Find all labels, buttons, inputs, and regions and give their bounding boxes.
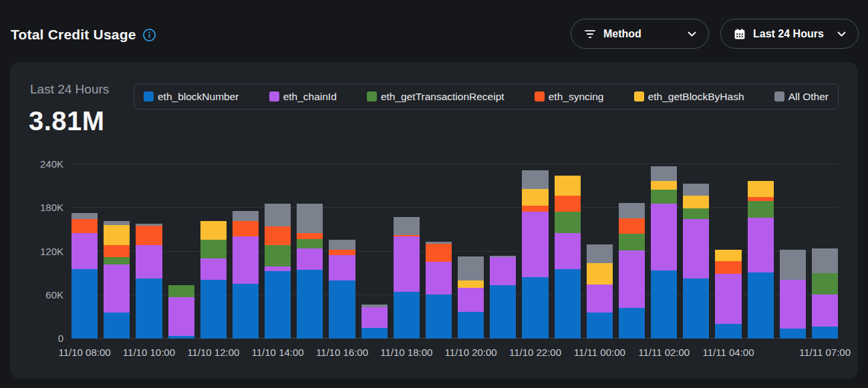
bar-segment-eth_getTransactionReceipt[interactable] (555, 212, 581, 234)
bar-segment-eth_blockNumber[interactable] (265, 271, 291, 339)
bar-segment-eth_getBlockByHash[interactable] (458, 280, 484, 288)
bar-segment-eth_blockNumber[interactable] (361, 328, 388, 339)
bar-segment-All Other[interactable] (458, 256, 484, 280)
bar-segment-eth_getTransactionReceipt[interactable] (104, 257, 130, 264)
bar-segment-eth_blockNumber[interactable] (200, 280, 227, 339)
bar-segment-eth_chainId[interactable] (619, 250, 645, 308)
bar-segment-eth_blockNumber[interactable] (683, 278, 709, 339)
bar-segment-eth_blockNumber[interactable] (394, 292, 420, 339)
bar-segment-eth_chainId[interactable] (555, 233, 581, 268)
bar-segment-eth_blockNumber[interactable] (458, 312, 484, 339)
legend-item[interactable]: eth_getTransactionReceipt (367, 91, 504, 103)
bar-segment-eth_blockNumber[interactable] (522, 277, 548, 339)
stacked-bar[interactable] (812, 248, 838, 339)
bar-segment-eth_blockNumber[interactable] (490, 285, 516, 339)
stacked-bar[interactable] (136, 224, 162, 339)
bar-segment-eth_syncing[interactable] (426, 244, 452, 262)
stacked-bar[interactable] (458, 256, 484, 339)
stacked-bar[interactable] (394, 217, 420, 339)
bar-segment-eth_blockNumber[interactable] (587, 313, 613, 339)
bar-segment-eth_blockNumber[interactable] (104, 313, 130, 339)
bar-segment-eth_syncing[interactable] (715, 261, 741, 274)
stacked-bar[interactable] (683, 184, 709, 339)
stacked-bar[interactable] (555, 176, 581, 339)
stacked-bar[interactable] (168, 285, 194, 339)
bar-segment-eth_blockNumber[interactable] (812, 327, 838, 339)
bar-segment-eth_syncing[interactable] (555, 196, 581, 212)
stacked-bar[interactable] (587, 244, 613, 339)
bar-segment-eth_blockNumber[interactable] (780, 329, 806, 339)
bar-segment-eth_chainId[interactable] (458, 288, 484, 312)
bar-segment-eth_chainId[interactable] (329, 255, 355, 280)
bar-segment-eth_chainId[interactable] (426, 262, 452, 295)
legend-item[interactable]: eth_getBlockByHash (634, 91, 744, 103)
bar-segment-eth_syncing[interactable] (136, 226, 162, 244)
stacked-bar[interactable] (329, 240, 355, 339)
bar-segment-eth_chainId[interactable] (715, 274, 741, 324)
legend-item[interactable]: All Other (774, 91, 829, 103)
bar-segment-All Other[interactable] (812, 248, 838, 273)
method-filter-dropdown[interactable]: Method (571, 19, 709, 49)
bar-segment-eth_syncing[interactable] (265, 226, 291, 245)
stacked-bar[interactable] (780, 250, 806, 339)
bar-segment-eth_getTransactionReceipt[interactable] (265, 245, 291, 267)
time-range-dropdown[interactable]: Last 24 Hours (720, 19, 859, 49)
bar-segment-eth_blockNumber[interactable] (297, 270, 323, 339)
bar-segment-eth_chainId[interactable] (71, 233, 98, 268)
bar-segment-eth_getBlockByHash[interactable] (683, 196, 709, 209)
bar-segment-eth_chainId[interactable] (780, 280, 806, 329)
bar-segment-eth_chainId[interactable] (233, 236, 259, 284)
bar-segment-All Other[interactable] (522, 170, 548, 189)
bar-segment-eth_syncing[interactable] (71, 219, 98, 234)
bar-segment-eth_chainId[interactable] (748, 218, 774, 272)
bar-segment-eth_blockNumber[interactable] (426, 295, 452, 339)
bar-segment-eth_getBlockByHash[interactable] (748, 181, 774, 197)
bar-segment-eth_chainId[interactable] (490, 257, 516, 284)
bar-segment-All Other[interactable] (71, 213, 98, 219)
legend-item[interactable]: eth_blockNumber (144, 91, 239, 103)
stacked-bar[interactable] (200, 221, 227, 339)
bar-segment-eth_syncing[interactable] (297, 233, 323, 239)
bar-segment-All Other[interactable] (329, 240, 355, 250)
bar-segment-All Other[interactable] (587, 244, 613, 263)
bar-segment-eth_getBlockByHash[interactable] (651, 181, 677, 190)
bar-segment-eth_blockNumber[interactable] (71, 269, 98, 339)
bar-segment-eth_chainId[interactable] (200, 258, 227, 280)
bar-segment-All Other[interactable] (265, 204, 291, 226)
legend-item[interactable]: eth_chainId (269, 91, 337, 103)
bar-segment-eth_chainId[interactable] (104, 264, 130, 313)
bar-segment-eth_syncing[interactable] (329, 250, 355, 255)
bar-segment-eth_getBlockByHash[interactable] (715, 250, 741, 260)
bar-segment-eth_chainId[interactable] (168, 297, 194, 336)
bar-segment-All Other[interactable] (651, 166, 677, 181)
bar-segment-All Other[interactable] (619, 203, 645, 218)
stacked-bar[interactable] (265, 204, 291, 339)
bar-segment-eth_getTransactionReceipt[interactable] (200, 240, 227, 258)
bar-segment-eth_getBlockByHash[interactable] (200, 221, 227, 240)
bar-segment-All Other[interactable] (233, 211, 259, 221)
stacked-bar[interactable] (490, 256, 516, 339)
stacked-bar[interactable] (522, 170, 548, 339)
bar-segment-eth_chainId[interactable] (587, 284, 613, 313)
bar-segment-eth_getTransactionReceipt[interactable] (748, 201, 774, 218)
bar-segment-eth_getTransactionReceipt[interactable] (651, 190, 677, 204)
bar-segment-eth_getTransactionReceipt[interactable] (812, 273, 838, 295)
bar-segment-eth_chainId[interactable] (297, 248, 323, 270)
bar-segment-eth_blockNumber[interactable] (136, 278, 162, 339)
stacked-bar[interactable] (619, 203, 645, 339)
bar-segment-eth_blockNumber[interactable] (748, 272, 774, 339)
bar-segment-eth_syncing[interactable] (522, 206, 548, 212)
bar-segment-eth_blockNumber[interactable] (168, 336, 194, 339)
bar-segment-eth_getBlockByHash[interactable] (104, 225, 130, 244)
bar-segment-eth_chainId[interactable] (683, 219, 709, 278)
bar-segment-eth_chainId[interactable] (394, 236, 420, 293)
bar-segment-eth_getBlockByHash[interactable] (522, 189, 548, 206)
bar-segment-eth_getTransactionReceipt[interactable] (619, 234, 645, 250)
bar-segment-eth_blockNumber[interactable] (651, 270, 677, 339)
stacked-bar[interactable] (71, 213, 98, 339)
stacked-bar[interactable] (104, 221, 130, 339)
bar-segment-eth_chainId[interactable] (361, 307, 388, 327)
stacked-bar[interactable] (297, 204, 323, 339)
stacked-bar[interactable] (426, 242, 452, 339)
info-icon[interactable] (142, 28, 156, 42)
